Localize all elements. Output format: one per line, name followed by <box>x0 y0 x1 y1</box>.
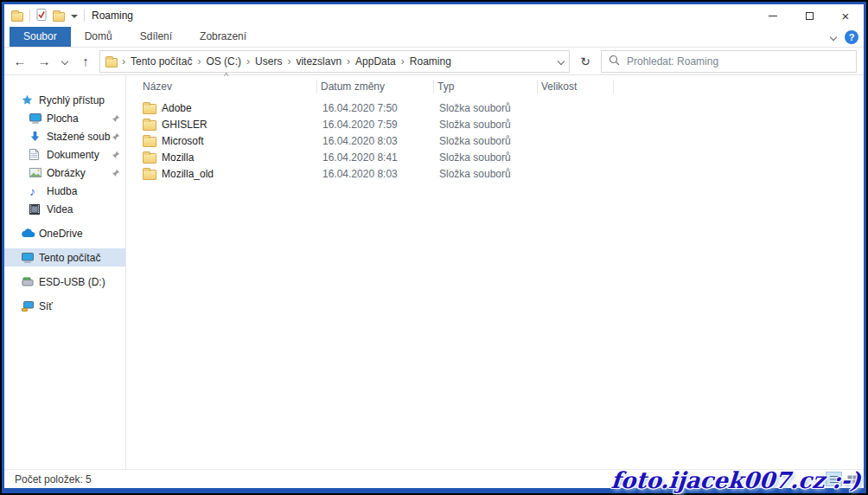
sidebar-item-label: Plocha <box>47 112 108 125</box>
new-folder-icon[interactable] <box>53 12 65 22</box>
breadcrumb-os-c[interactable]: OS (C:) <box>205 55 242 68</box>
screenshot-frame: Roaming × Soubor Domů Sdílení Zobrazení … <box>0 0 868 495</box>
address-history-chevron-icon[interactable] <box>558 57 565 64</box>
sidebar-item-videa[interactable]: Videa <box>4 200 125 218</box>
minimize-button[interactable] <box>755 4 791 27</box>
file-modified: 16.04.2020 8:03 <box>317 168 434 180</box>
ribbon-tab-bar: Soubor Domů Sdílení Zobrazení ? <box>4 27 864 48</box>
quick-access-star-icon <box>22 94 39 106</box>
sidebar-item-obrazky[interactable]: Obrázky <box>4 164 125 182</box>
folder-icon <box>143 104 156 114</box>
column-header-velikost[interactable]: Velikost <box>538 80 614 93</box>
address-folder-icon <box>105 58 118 68</box>
file-modified: 16.04.2020 8:03 <box>317 135 434 147</box>
pin-icon <box>108 169 120 177</box>
sidebar-item-sit[interactable]: Síť <box>4 297 125 315</box>
file-name: Microsoft <box>162 135 204 147</box>
sidebar-item-tento-pocitac[interactable]: Tento počítač <box>4 248 125 267</box>
sidebar-item-label: Tento počítač <box>39 252 125 264</box>
separator <box>29 10 30 22</box>
file-modified: 16.04.2020 7:50 <box>317 102 434 114</box>
properties-icon[interactable] <box>36 9 47 23</box>
expand-ribbon-chevron-icon[interactable] <box>830 34 837 41</box>
close-icon: × <box>842 10 850 22</box>
sidebar-item-dokumenty[interactable]: Dokumenty <box>4 145 125 164</box>
help-button[interactable]: ? <box>845 30 858 44</box>
file-row-mozilla[interactable]: Mozilla 16.04.2020 8:41 Složka souborů <box>139 149 864 165</box>
tab-soubor[interactable]: Soubor <box>10 27 71 47</box>
column-header-nazev[interactable]: Název <box>139 80 317 93</box>
search-box[interactable] <box>601 50 857 73</box>
file-name: Mozilla <box>162 151 194 164</box>
onedrive-cloud-icon <box>22 228 39 238</box>
customize-qat-chevron-icon[interactable] <box>71 15 78 18</box>
refresh-button[interactable]: ↻ <box>573 51 597 72</box>
breadcrumb-vitezslavn[interactable]: vitezslavn <box>295 55 342 68</box>
maximize-button[interactable] <box>791 4 827 27</box>
sidebar-item-rychly-pristup[interactable]: Rychlý přístup <box>4 91 125 109</box>
up-button[interactable]: ↑ <box>75 51 96 72</box>
file-type: Složka souborů <box>434 168 538 180</box>
sidebar-item-plocha[interactable]: Plocha <box>4 109 125 127</box>
column-header-typ[interactable]: Typ <box>434 80 538 93</box>
sidebar-item-label: Videa <box>47 203 125 215</box>
file-row-microsoft[interactable]: Microsoft 16.04.2020 8:03 Složka souborů <box>139 132 864 149</box>
column-header-datum-zmeny[interactable]: Datum změny <box>317 80 434 93</box>
pin-icon <box>111 132 120 141</box>
breadcrumb-tento-pocitac[interactable]: Tento počítač <box>130 55 193 68</box>
close-button[interactable]: × <box>827 4 864 27</box>
navigation-bar: ← → ↑ › Tento počítač › OS (C:) › Users … <box>4 48 864 75</box>
usb-drive-icon <box>22 277 39 286</box>
main-area: Rychlý přístup Plocha Stažené soubory <box>4 75 864 469</box>
app-folder-icon <box>11 12 23 22</box>
sidebar-item-stazene-soubory[interactable]: Stažené soubory <box>4 127 125 145</box>
network-icon <box>22 301 39 312</box>
chevron-down-icon <box>61 57 68 64</box>
file-row-adobe[interactable]: Adobe 16.04.2020 7:50 Složka souborů <box>139 100 864 116</box>
back-button[interactable]: ← <box>10 51 30 72</box>
music-icon: ♪ <box>29 185 47 197</box>
minimize-icon <box>769 16 777 16</box>
breadcrumb-separator-icon: › <box>197 55 201 68</box>
address-bar[interactable]: › Tento počítač › OS (C:) › Users › vite… <box>99 50 570 73</box>
help-icon: ? <box>849 32 855 42</box>
downloads-icon <box>29 131 47 142</box>
desktop-icon <box>29 113 47 124</box>
breadcrumb-separator-icon: › <box>401 55 405 68</box>
sidebar-item-esd-usb[interactable]: ESD-USB (D:) <box>4 273 125 291</box>
recent-locations-chevron-icon[interactable] <box>58 51 72 72</box>
videos-icon <box>29 204 47 215</box>
tab-domu[interactable]: Domů <box>71 27 126 47</box>
breadcrumb-users[interactable]: Users <box>254 55 283 68</box>
folder-icon <box>143 137 156 147</box>
breadcrumb-separator-icon: › <box>287 55 290 68</box>
breadcrumb-appdata[interactable]: AppData <box>354 55 397 68</box>
forward-button[interactable]: → <box>34 51 54 72</box>
file-type: Složka souborů <box>434 151 538 164</box>
separator <box>84 10 85 22</box>
file-row-ghisler[interactable]: GHISLER 16.04.2020 7:59 Složka souborů <box>139 116 864 132</box>
breadcrumb-separator-icon: › <box>347 55 350 68</box>
pin-icon <box>108 151 120 159</box>
sidebar-item-label: OneDrive <box>39 228 125 240</box>
column-headers: ^ Název Datum změny Typ Velikost <box>139 77 864 96</box>
sidebar-item-onedrive[interactable]: OneDrive <box>4 224 125 242</box>
search-input[interactable] <box>627 55 849 68</box>
sidebar-item-label: Dokumenty <box>47 149 108 161</box>
sidebar-item-label: Stažené soubory <box>47 131 111 143</box>
search-icon <box>609 55 620 68</box>
watermark-text: foto.ijacek007.cz :-) <box>610 467 862 493</box>
breadcrumb-roaming[interactable]: Roaming <box>409 55 452 68</box>
sidebar-item-label: Obrázky <box>47 167 108 179</box>
file-type: Složka souborů <box>434 135 538 147</box>
pin-icon <box>108 114 120 123</box>
window-title: Roaming <box>92 10 133 22</box>
file-modified: 16.04.2020 8:41 <box>317 151 434 164</box>
file-rows: Adobe 16.04.2020 7:50 Složka souborů GHI… <box>139 100 864 182</box>
quick-access-toolbar <box>11 9 85 23</box>
sidebar-item-hudba[interactable]: ♪ Hudba <box>4 182 125 200</box>
tab-zobrazeni[interactable]: Zobrazení <box>186 27 260 47</box>
file-modified: 16.04.2020 7:59 <box>317 119 434 131</box>
tab-sdileni[interactable]: Sdílení <box>126 27 186 47</box>
file-row-mozilla-old[interactable]: Mozilla_old 16.04.2020 8:03 Složka soubo… <box>139 165 864 182</box>
